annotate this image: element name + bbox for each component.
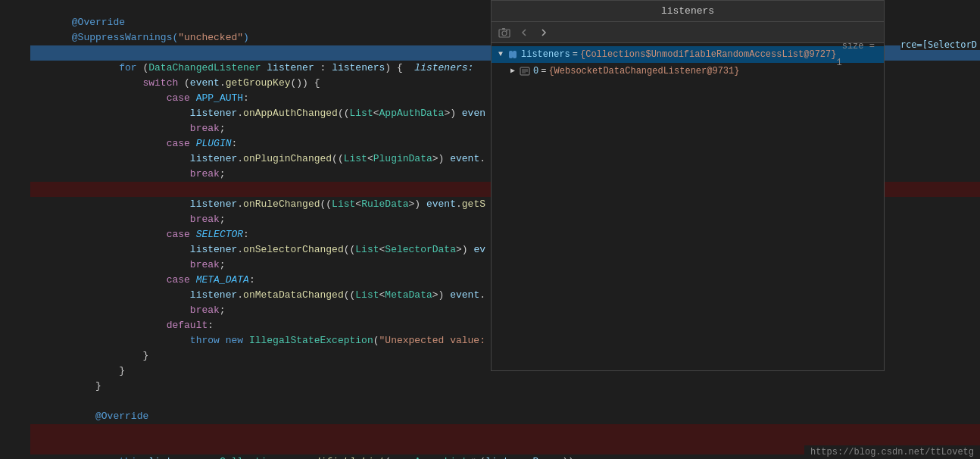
line-num [0, 197, 24, 212]
svg-rect-2 [502, 28, 505, 30]
debug-tree-child-row[interactable]: ▶ 0 = {WebsocketDataChangedListener@9731… [492, 63, 884, 80]
line-num [0, 0, 24, 15]
line-num [0, 409, 24, 424]
debug-toolbar [492, 22, 884, 43]
line-num [0, 258, 24, 273]
line-num [0, 379, 24, 394]
debug-panel-header: listeners [492, 1, 884, 22]
line-num [0, 76, 24, 91]
line-num [0, 394, 24, 409]
line-num [0, 303, 24, 318]
line-num [0, 136, 24, 151]
right-truncated-text: rce=[SelectorD [900, 39, 980, 50]
line-num [0, 333, 24, 348]
line-num [0, 167, 24, 182]
code-line [30, 379, 980, 394]
line-num [0, 348, 24, 364]
svg-rect-3 [506, 30, 507, 32]
line-num [0, 273, 24, 288]
debug-tree: ▼ listeners = {Collections$UnmodifiableR… [492, 43, 884, 370]
line-num [0, 242, 24, 258]
line-num [0, 182, 24, 197]
debug-forward-button[interactable] [535, 24, 552, 41]
line-num [0, 15, 24, 30]
line-num [0, 121, 24, 136]
line-num [0, 151, 24, 167]
line-num [0, 45, 24, 61]
code-line: public void afterPropertiesSet() { [30, 409, 980, 424]
line-num [0, 61, 24, 76]
debug-back-button[interactable] [516, 24, 532, 41]
variable-icon [507, 48, 519, 61]
expand-arrow-icon: ▶ [507, 65, 519, 77]
line-num [0, 364, 24, 379]
url-text: https://blog.csdn.net/ttLovetg [810, 447, 974, 457]
debug-panel-title: listeners [661, 5, 714, 17]
collapse-arrow-icon: ▼ [495, 48, 507, 61]
url-bar: https://blog.csdn.net/ttLovetg [804, 445, 980, 459]
svg-point-1 [502, 31, 507, 36]
back-arrow-icon [519, 27, 529, 38]
debug-camera-button[interactable] [496, 24, 513, 41]
line-num [0, 212, 24, 227]
line-num [0, 227, 24, 242]
line-num [0, 106, 24, 121]
code-line: @Override [30, 394, 980, 409]
line-num [0, 424, 24, 439]
camera-icon [498, 27, 510, 39]
list-item-icon [519, 65, 531, 77]
debug-panel: listeners ▼ [491, 0, 885, 371]
debug-tree-root-row[interactable]: ▼ listeners = {Collections$UnmodifiableR… [492, 46, 884, 63]
code-line-error: Collection<DataChangedListener> listener… [30, 424, 980, 439]
line-num [0, 318, 24, 333]
line-num [0, 91, 24, 106]
line-num [0, 30, 24, 45]
line-num [0, 288, 24, 303]
forward-arrow-icon [538, 27, 549, 38]
line-numbers [0, 0, 30, 459]
line-num [0, 439, 24, 454]
